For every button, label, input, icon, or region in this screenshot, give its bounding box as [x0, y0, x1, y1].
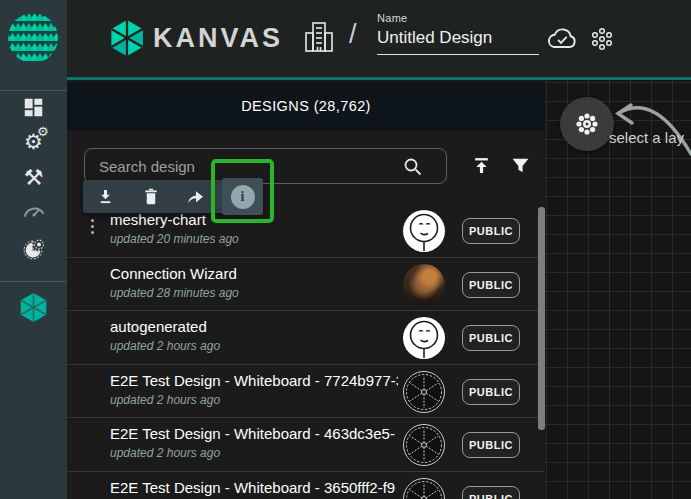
- design-name-value[interactable]: Untitled Design: [377, 28, 539, 55]
- design-avatar: [403, 210, 445, 252]
- building-icon[interactable]: [304, 21, 334, 53]
- design-row[interactable]: E2E Test Design - Whiteboard - 463dc3e5-…: [67, 418, 545, 472]
- left-sidebar: ⚙⚙ ⚒: [0, 0, 67, 499]
- layer-gear-button[interactable]: [560, 97, 614, 151]
- drawer-scrollbar[interactable]: [538, 207, 545, 430]
- visibility-badge[interactable]: PUBLIC: [462, 432, 520, 458]
- design-avatar: [403, 478, 445, 499]
- kanvas-logo-icon: [108, 19, 146, 57]
- performance-gauge-icon: [22, 203, 46, 221]
- sidebar-item-extensions[interactable]: [0, 233, 67, 267]
- search-icon[interactable]: [403, 157, 422, 176]
- sidebar-item-toolkit[interactable]: ⚒: [0, 161, 67, 195]
- gear-flower-icon: [574, 111, 600, 137]
- extensions-icon: [22, 238, 46, 262]
- design-list: meshery-chart updated 20 minutes ago PUB…: [67, 204, 545, 499]
- design-updated: updated 2 hours ago: [110, 339, 220, 353]
- design-title: autogenerated: [110, 318, 398, 335]
- design-updated: updated 2 hours ago: [110, 446, 220, 460]
- sidebar-item-performance[interactable]: [0, 195, 67, 229]
- brand-title: KANVAS: [153, 23, 283, 54]
- design-title: E2E Test Design - Whiteboard - 7724b977-…: [110, 372, 398, 389]
- visibility-badge[interactable]: PUBLIC: [462, 218, 520, 244]
- design-updated: updated 20 minutes ago: [110, 232, 239, 246]
- dashboard-icon: [23, 97, 44, 118]
- design-avatar: [403, 424, 445, 466]
- top-header: KANVAS / Name Untitled Design: [67, 0, 691, 77]
- settings-gears-icon: ⚙⚙: [24, 131, 43, 152]
- design-row[interactable]: autogenerated updated 2 hours ago PUBLIC: [67, 311, 545, 365]
- design-avatar: [403, 264, 445, 306]
- cloud-done-icon[interactable]: [546, 27, 578, 51]
- sidebar-divider: [0, 281, 67, 282]
- visibility-badge[interactable]: PUBLIC: [462, 486, 520, 499]
- design-updated: updated 28 minutes ago: [110, 286, 239, 300]
- canvas-hint-text: select a lay: [609, 129, 691, 146]
- visibility-badge[interactable]: PUBLIC: [462, 379, 520, 405]
- design-title: E2E Test Design - Whiteboard - 463dc3e5-: [110, 425, 398, 442]
- designs-drawer: DESIGNS (28,762): [67, 80, 545, 499]
- design-avatar: [403, 317, 445, 359]
- meshery-logo[interactable]: [7, 12, 59, 64]
- download-icon[interactable]: [83, 180, 128, 213]
- kanvas-app: KANVAS / Name Untitled Design: [0, 0, 691, 499]
- annotation-highlight-box: [211, 159, 274, 223]
- publish-icon[interactable]: [472, 156, 491, 175]
- toolkit-icon: ⚒: [24, 165, 44, 191]
- filter-icon[interactable]: [511, 156, 530, 175]
- design-title: E2E Test Design - Whiteboard - 3650fff2-…: [110, 479, 398, 496]
- design-title: Connection Wizard: [110, 265, 398, 282]
- design-updated: updated 2 hours ago: [110, 393, 220, 407]
- sidebar-item-kanvas[interactable]: [18, 292, 49, 323]
- design-name-label: Name: [377, 12, 539, 24]
- design-row[interactable]: E2E Test Design - Whiteboard - 3650fff2-…: [67, 472, 545, 499]
- design-row[interactable]: E2E Test Design - Whiteboard - 7724b977-…: [67, 365, 545, 419]
- design-canvas[interactable]: select a lay: [545, 80, 691, 499]
- design-avatar: [403, 371, 445, 413]
- mesh-icon[interactable]: [588, 25, 616, 53]
- design-row[interactable]: Connection Wizard updated 28 minutes ago…: [67, 258, 545, 312]
- visibility-badge[interactable]: PUBLIC: [462, 325, 520, 351]
- designs-panel-title: DESIGNS (28,762): [67, 82, 545, 130]
- visibility-badge[interactable]: PUBLIC: [462, 272, 520, 298]
- delete-icon[interactable]: [128, 180, 173, 213]
- breadcrumb-separator: /: [349, 19, 357, 50]
- row-menu-icon[interactable]: [91, 219, 94, 234]
- sidebar-item-dashboard[interactable]: [0, 90, 67, 124]
- sidebar-item-settings[interactable]: ⚙⚙: [0, 124, 67, 158]
- design-name-field[interactable]: Name Untitled Design: [377, 12, 539, 55]
